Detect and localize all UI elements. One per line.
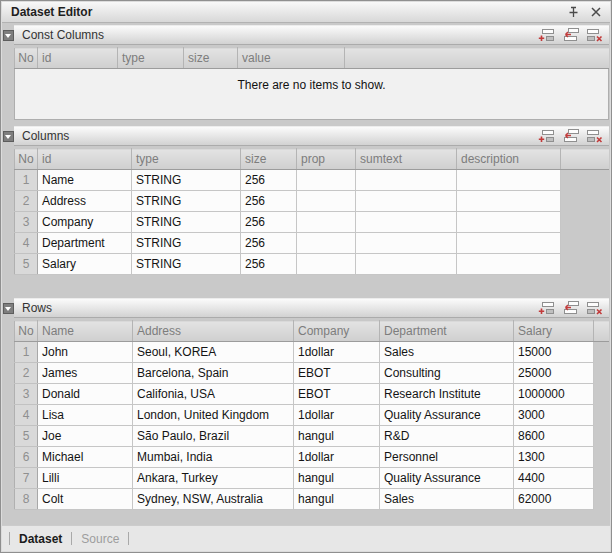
data-cell[interactable]: Seoul, KOREA	[133, 342, 294, 363]
collapse-button[interactable]	[3, 303, 14, 314]
data-cell[interactable]: 1000000	[514, 384, 594, 405]
data-cell[interactable]: 62000	[514, 489, 594, 510]
column-header[interactable]: Name	[38, 321, 133, 342]
data-cell[interactable]: Sales	[380, 342, 514, 363]
data-cell[interactable]: Ankara, Turkey	[133, 468, 294, 489]
data-cell[interactable]: Department	[38, 233, 132, 254]
data-cell[interactable]: Consulting	[380, 363, 514, 384]
collapse-button[interactable]	[3, 30, 14, 41]
data-cell[interactable]: 256	[241, 254, 297, 275]
data-cell[interactable]	[297, 212, 356, 233]
data-cell[interactable]: hangul	[294, 468, 380, 489]
data-cell[interactable]: Joe	[38, 426, 133, 447]
insert-row-icon[interactable]	[562, 28, 579, 42]
column-header[interactable]: type	[118, 48, 184, 69]
data-cell[interactable]: STRING	[132, 170, 241, 191]
data-cell[interactable]	[356, 233, 457, 254]
data-cell[interactable]: 1dollar	[294, 447, 380, 468]
data-cell[interactable]: 1300	[514, 447, 594, 468]
data-cell[interactable]: London, United Kingdom	[133, 405, 294, 426]
add-row-icon[interactable]	[538, 301, 555, 315]
data-cell[interactable]: 25000	[514, 363, 594, 384]
data-cell[interactable]	[457, 191, 561, 212]
data-cell[interactable]	[457, 233, 561, 254]
data-cell[interactable]: hangul	[294, 426, 380, 447]
data-cell[interactable]: EBOT	[294, 363, 380, 384]
data-cell[interactable]	[356, 254, 457, 275]
insert-row-icon[interactable]	[562, 129, 579, 143]
delete-row-icon[interactable]	[586, 129, 603, 143]
data-cell[interactable]: 8600	[514, 426, 594, 447]
data-cell[interactable]: EBOT	[294, 384, 380, 405]
data-cell[interactable]: 256	[241, 191, 297, 212]
insert-row-icon[interactable]	[562, 301, 579, 315]
column-header[interactable]: id	[38, 149, 132, 170]
data-cell[interactable]: Research Institute	[380, 384, 514, 405]
delete-row-icon[interactable]	[586, 28, 603, 42]
data-cell[interactable]	[356, 212, 457, 233]
data-cell[interactable]: hangul	[294, 489, 380, 510]
data-cell[interactable]: 4400	[514, 468, 594, 489]
data-cell[interactable]: Colt	[38, 489, 133, 510]
column-header[interactable]: No	[15, 48, 38, 69]
add-row-icon[interactable]	[538, 129, 555, 143]
data-cell[interactable]	[356, 191, 457, 212]
column-header[interactable]: prop	[297, 149, 356, 170]
data-cell[interactable]: John	[38, 342, 133, 363]
add-row-icon[interactable]	[538, 28, 555, 42]
data-cell[interactable]: Quality Assurance	[380, 405, 514, 426]
collapse-button[interactable]	[3, 131, 14, 142]
data-cell[interactable]: James	[38, 363, 133, 384]
delete-row-icon[interactable]	[586, 301, 603, 315]
column-header[interactable]: size	[241, 149, 297, 170]
data-cell[interactable]: Name	[38, 170, 132, 191]
data-cell[interactable]: 256	[241, 233, 297, 254]
data-cell[interactable]: Address	[38, 191, 132, 212]
data-cell[interactable]: Lisa	[38, 405, 133, 426]
data-cell[interactable]: 1dollar	[294, 405, 380, 426]
column-header[interactable]: size	[184, 48, 238, 69]
data-cell[interactable]: Sydney, NSW, Australia	[133, 489, 294, 510]
column-header[interactable]: No	[15, 149, 38, 170]
data-cell[interactable]: Sales	[380, 489, 514, 510]
data-cell[interactable]: STRING	[132, 254, 241, 275]
column-header[interactable]: Salary	[514, 321, 594, 342]
data-cell[interactable]: Barcelona, Spain	[133, 363, 294, 384]
data-cell[interactable]: Salary	[38, 254, 132, 275]
column-header[interactable]: type	[132, 149, 241, 170]
data-cell[interactable]: 256	[241, 170, 297, 191]
pin-icon[interactable]	[565, 5, 582, 20]
data-cell[interactable]: Lilli	[38, 468, 133, 489]
data-cell[interactable]: Mumbai, India	[133, 447, 294, 468]
tab-source[interactable]: Source	[81, 532, 119, 546]
data-cell[interactable]: Michael	[38, 447, 133, 468]
data-cell[interactable]: Quality Assurance	[380, 468, 514, 489]
data-cell[interactable]	[297, 233, 356, 254]
column-header[interactable]: id	[38, 48, 118, 69]
data-cell[interactable]: São Paulo, Brazil	[133, 426, 294, 447]
column-header[interactable]: No	[15, 321, 38, 342]
data-cell[interactable]	[297, 191, 356, 212]
data-cell[interactable]: Personnel	[380, 447, 514, 468]
data-cell[interactable]: 256	[241, 212, 297, 233]
column-header[interactable]: Company	[294, 321, 380, 342]
data-cell[interactable]	[457, 254, 561, 275]
column-header[interactable]: description	[457, 149, 561, 170]
data-cell[interactable]: STRING	[132, 212, 241, 233]
data-cell[interactable]: 3000	[514, 405, 594, 426]
column-header[interactable]: value	[238, 48, 345, 69]
data-cell[interactable]: Califonia, USA	[133, 384, 294, 405]
data-cell[interactable]: Company	[38, 212, 132, 233]
data-cell[interactable]: R&D	[380, 426, 514, 447]
data-cell[interactable]: STRING	[132, 233, 241, 254]
column-header[interactable]: sumtext	[356, 149, 457, 170]
data-cell[interactable]	[297, 254, 356, 275]
data-cell[interactable]: STRING	[132, 191, 241, 212]
data-cell[interactable]	[457, 212, 561, 233]
data-cell[interactable]: 15000	[514, 342, 594, 363]
column-header[interactable]: Department	[380, 321, 514, 342]
data-cell[interactable]: Donald	[38, 384, 133, 405]
close-icon[interactable]	[587, 5, 604, 20]
data-cell[interactable]	[356, 170, 457, 191]
data-cell[interactable]	[457, 170, 561, 191]
